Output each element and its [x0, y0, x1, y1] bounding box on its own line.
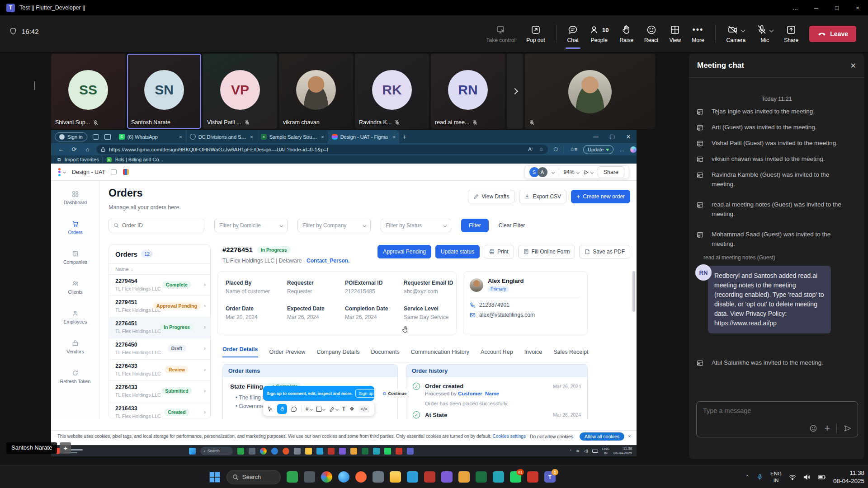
browser-minimize-button[interactable]: ─ [588, 133, 604, 141]
window-more-button[interactable]: … [785, 0, 806, 15]
export-csv-button[interactable]: Export CSV [519, 190, 566, 203]
shared-whatsapp-icon[interactable] [384, 448, 391, 455]
tray-chevron-icon[interactable]: ⌃ [745, 474, 749, 479]
figma-menu-icon[interactable] [58, 168, 61, 176]
sidebar-item-refresh-token[interactable]: Refresh Token [51, 370, 99, 384]
shared-acrobat-icon[interactable] [396, 448, 402, 455]
collections-icon[interactable]: ☆≡ [570, 146, 577, 152]
browser-signin-button[interactable]: Sign in [55, 132, 87, 141]
url-field[interactable]: https://www.figma.com/design/9BKQ0FOHRWa… [96, 145, 548, 154]
tab-order-preview[interactable]: Order Preview [269, 349, 306, 355]
figma-file-name[interactable]: Design - UAT [72, 169, 105, 175]
shared-app-icon[interactable] [294, 448, 301, 455]
tray-mic-icon[interactable] [756, 474, 763, 480]
shared-app-icon[interactable] [237, 448, 244, 455]
excel-icon[interactable] [476, 471, 487, 483]
shared-start-icon[interactable] [189, 448, 196, 455]
list-column-header[interactable]: Name↓ [109, 263, 210, 274]
contact-email[interactable]: alex@vstatefilings.com [479, 312, 535, 318]
taskbar-app-icon[interactable] [373, 471, 384, 483]
cookie-close-icon[interactable]: × [628, 433, 631, 440]
update-button[interactable]: Update♥ [583, 145, 613, 154]
taskbar-app-icon[interactable] [493, 471, 504, 483]
browser-close-button[interactable]: × [620, 133, 637, 141]
shared-excel-icon[interactable] [362, 448, 368, 455]
react-button[interactable]: React [644, 24, 658, 43]
sidebar-item-vendors[interactable]: Vendors [51, 340, 99, 354]
taskbar-app-icon[interactable] [304, 471, 315, 483]
figma-share-button[interactable]: Share [598, 166, 624, 178]
shared-search-box[interactable]: ⌕ Search [200, 447, 233, 455]
shared-app-icon[interactable] [328, 448, 335, 455]
browser-tab-figma-active[interactable]: Design - UAT - Figma× [328, 130, 399, 143]
whatsapp-icon[interactable]: 81 [510, 471, 521, 483]
vscode-icon[interactable] [407, 471, 418, 483]
sidebar-item-clients[interactable]: Clients [51, 280, 99, 295]
shared-tray-chevron-icon[interactable]: ⌃ [569, 449, 572, 453]
emoji-icon[interactable] [809, 424, 818, 433]
comment-tool-icon[interactable] [291, 406, 297, 412]
shared-app-icon[interactable] [373, 448, 380, 455]
allow-cookies-button[interactable]: Allow all cookies [580, 432, 624, 441]
order-id-search[interactable] [108, 219, 204, 232]
minimize-button[interactable]: ─ [806, 0, 826, 15]
tab-sales-receipt[interactable]: Sales Receipt [553, 349, 588, 355]
shared-app-icon[interactable] [339, 448, 346, 455]
order-row[interactable]: 2276433TL Flex Holdings LLCReview› [109, 359, 210, 380]
frame-tool[interactable]: # [306, 406, 312, 412]
chat-message-bubble[interactable]: Redberyl and Santosh added read.ai meeti… [708, 266, 831, 333]
message-input[interactable] [703, 407, 848, 414]
order-row[interactable]: 2216433TL Flex Holdings LLCCreated› [109, 402, 210, 419]
bills-bookmark-link[interactable]: Bills | Billing and Co... [115, 157, 163, 162]
browser-tab-whatsapp[interactable]: ✆(6) WhatsApp× [115, 130, 186, 143]
participant-tile[interactable]: RN read.ai mee... [431, 54, 505, 129]
send-icon[interactable] [843, 424, 852, 433]
chat-button[interactable]: Chat [567, 24, 579, 43]
tab-order-details[interactable]: Order Details [222, 346, 258, 357]
home-icon[interactable]: ⌂ [84, 146, 91, 153]
edge-icon[interactable] [338, 471, 349, 483]
read-aloud-icon[interactable]: A⁾ [528, 146, 533, 152]
shared-folder-icon[interactable] [305, 448, 312, 455]
presenter-add-button[interactable]: + [60, 442, 71, 454]
dev-mode-tool[interactable]: </> [359, 406, 369, 413]
browser-maximize-button[interactable]: □ [604, 133, 620, 141]
start-button[interactable] [209, 471, 221, 483]
taskbar-app-icon[interactable] [458, 471, 470, 483]
participant-tile[interactable]: RK Ravindra K... [355, 54, 429, 129]
shared-app-icon[interactable] [249, 448, 255, 455]
deny-cookies-button[interactable]: Do not allow cookies [530, 434, 573, 439]
customer-name-link[interactable]: Customer_Name [458, 391, 499, 396]
raise-hand-button[interactable]: Raise [619, 24, 633, 43]
chat-close-icon[interactable]: ✕ [850, 61, 856, 70]
brave-icon[interactable] [355, 471, 367, 483]
order-id-input[interactable] [122, 222, 194, 229]
tab-account-rep[interactable]: Account Rep [481, 349, 513, 355]
google-continue-button[interactable]: GContinue [380, 389, 410, 398]
participant-tile[interactable]: VP Vishal Patil ... [203, 54, 277, 129]
copilot-icon[interactable] [630, 146, 637, 153]
tiles-next-button[interactable] [507, 54, 523, 129]
shared-edge-icon[interactable] [271, 448, 278, 455]
refresh-icon[interactable]: ⟳ [71, 146, 77, 153]
contact-person-link[interactable]: Contact_Person. [307, 258, 349, 264]
zoom-select[interactable]: 94% [564, 169, 579, 175]
present-button[interactable] [584, 170, 593, 175]
shared-chrome-icon[interactable] [260, 448, 267, 455]
import-favorites-link[interactable]: Import favorites [65, 157, 99, 162]
attach-plus-icon[interactable]: + [824, 423, 830, 433]
acrobat-icon[interactable] [527, 471, 538, 483]
shared-vscode-icon[interactable] [316, 448, 323, 455]
camera-chevron-icon[interactable] [741, 28, 745, 32]
tab-communication-history[interactable]: Communication History [411, 349, 469, 355]
sidebar-item-orders[interactable]: Orders [51, 221, 99, 235]
canvas-scrollbar[interactable] [632, 271, 635, 312]
tab-close-icon[interactable]: × [250, 134, 253, 140]
camera-button[interactable]: Camera [726, 24, 746, 43]
favorite-star-icon[interactable]: ☆ [539, 146, 543, 152]
extensions-icon[interactable]: ⬡ [553, 146, 558, 152]
filter-domicile-select[interactable]: Filter by Domicile [214, 219, 288, 232]
collaborator-avatar[interactable]: A [538, 167, 547, 177]
filter-status-select[interactable]: Filter by Status [381, 219, 451, 232]
move-tool-icon[interactable] [267, 406, 273, 412]
